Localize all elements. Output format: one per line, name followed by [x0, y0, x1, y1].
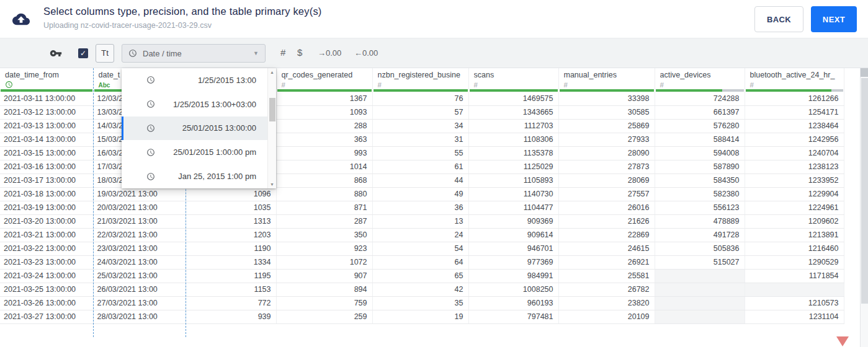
primary-key-icon[interactable] [50, 47, 62, 59]
table-cell[interactable]: 2021-03-19 13:00:00 [0, 201, 93, 215]
table-cell[interactable]: 2021-03-13 13:00:00 [0, 120, 93, 133]
scroll-up-icon[interactable]: ▲ [268, 70, 276, 74]
table-cell[interactable] [655, 270, 745, 283]
table-cell[interactable]: 25/03/2021 13:00 [93, 270, 186, 283]
table-cell[interactable]: 1140730 [468, 188, 558, 201]
format-option[interactable]: 1/25/2015 13:00 [122, 68, 267, 92]
table-cell[interactable]: 22869 [558, 229, 655, 242]
table-cell[interactable]: 23820 [558, 297, 655, 310]
table-cell[interactable]: 19/03/2021 13:00 [93, 188, 186, 201]
table-cell[interactable]: 1171854 [745, 270, 844, 283]
table-cell[interactable] [655, 310, 745, 324]
column-header-nzbn_registered_busine[interactable]: nzbn_registered_busine# [372, 68, 468, 92]
table-cell[interactable]: 27933 [558, 133, 655, 147]
table-cell[interactable]: 1231104 [745, 310, 844, 324]
table-cell[interactable]: 894 [276, 283, 372, 297]
table-cell[interactable]: 1105893 [468, 174, 558, 188]
table-cell[interactable]: 44 [372, 174, 468, 188]
table-cell[interactable]: 49 [372, 188, 468, 201]
table-cell[interactable]: 584350 [655, 174, 745, 188]
table-cell[interactable]: 1203 [186, 229, 276, 242]
table-cell[interactable]: 20/03/2021 13:00 [93, 201, 186, 215]
table-cell[interactable]: 1195 [186, 270, 276, 283]
table-cell[interactable]: 21/03/2021 13:00 [93, 215, 186, 229]
table-cell[interactable]: 2021-03-12 13:00:00 [0, 106, 93, 120]
dropdown-scrollbar-thumb[interactable] [269, 98, 275, 121]
scrollbar-top-button[interactable] [861, 68, 868, 77]
table-cell[interactable]: 587890 [655, 160, 745, 174]
table-cell[interactable]: 1190 [186, 242, 276, 256]
table-cell[interactable]: 1209602 [745, 215, 844, 229]
table-cell[interactable]: 26/03/2021 13:00 [93, 283, 186, 297]
table-cell[interactable]: 594008 [655, 147, 745, 160]
column-header-scans[interactable]: scans# [468, 68, 558, 92]
table-cell[interactable]: 1112703 [468, 120, 558, 133]
table-cell[interactable]: 1072 [276, 256, 372, 270]
table-cell[interactable]: 2021-03-15 13:00:00 [0, 147, 93, 160]
table-cell[interactable]: 1238464 [745, 120, 844, 133]
table-cell[interactable]: 19 [372, 310, 468, 324]
table-cell[interactable] [655, 283, 745, 297]
table-cell[interactable]: 24 [372, 229, 468, 242]
table-cell[interactable]: 1210573 [745, 297, 844, 310]
table-cell[interactable]: 1153 [186, 283, 276, 297]
table-cell[interactable]: 28090 [558, 147, 655, 160]
table-cell[interactable]: 31 [372, 133, 468, 147]
table-cell[interactable]: 984991 [468, 270, 558, 283]
table-cell[interactable]: 2021-03-26 13:00:00 [0, 297, 93, 310]
table-cell[interactable]: 505836 [655, 242, 745, 256]
table-cell[interactable]: 1135378 [468, 147, 558, 160]
column-header-date_time_from[interactable]: date_time_from [0, 68, 93, 92]
format-option[interactable]: 25/01/2015 1:00:00 pm [122, 140, 267, 164]
table-cell[interactable]: 1254171 [745, 106, 844, 120]
table-cell[interactable]: 1035 [186, 201, 276, 215]
table-cell[interactable]: 1108306 [468, 133, 558, 147]
text-type-button[interactable]: Tt [96, 44, 114, 63]
table-cell[interactable]: 868 [276, 174, 372, 188]
table-cell[interactable]: 993 [276, 147, 372, 160]
number-type-button[interactable]: # [280, 47, 285, 58]
table-cell[interactable] [655, 297, 745, 310]
format-option[interactable]: 25/01/2015 13:00:00 [122, 116, 267, 141]
back-button[interactable]: BACK [754, 6, 803, 32]
table-cell[interactable]: 2021-03-25 13:00:00 [0, 283, 93, 297]
table-cell[interactable] [745, 283, 844, 297]
table-cell[interactable]: 34 [372, 120, 468, 133]
table-cell[interactable]: 54 [372, 242, 468, 256]
table-cell[interactable]: 27/03/2021 13:00 [93, 297, 186, 310]
table-cell[interactable]: 55 [372, 147, 468, 160]
table-cell[interactable]: 1014 [276, 160, 372, 174]
table-cell[interactable]: 1343665 [468, 106, 558, 120]
column-header-active_devices[interactable]: active_devices# [655, 68, 745, 92]
table-cell[interactable]: 2021-03-20 13:00:00 [0, 215, 93, 229]
table-cell[interactable]: 42 [372, 283, 468, 297]
table-cell[interactable]: 1008250 [468, 283, 558, 297]
table-cell[interactable]: 57 [372, 106, 468, 120]
format-option[interactable]: Jan 25, 2015 1:00 pm [122, 164, 267, 188]
table-cell[interactable]: 30585 [558, 106, 655, 120]
table-cell[interactable]: 724288 [655, 92, 745, 106]
datetime-type-select[interactable]: Date / time ▼ [122, 44, 266, 63]
table-cell[interactable]: 2021-03-18 13:00:00 [0, 188, 93, 201]
table-cell[interactable]: 2021-03-17 13:00:00 [0, 174, 93, 188]
table-cell[interactable]: 588414 [655, 133, 745, 147]
table-cell[interactable]: 576280 [655, 120, 745, 133]
table-cell[interactable]: 1313 [186, 215, 276, 229]
table-cell[interactable]: 946701 [468, 242, 558, 256]
precision-increase-button[interactable]: →0.00 [318, 48, 341, 58]
table-cell[interactable]: 1104477 [468, 201, 558, 215]
table-cell[interactable]: 2021-03-23 13:00:00 [0, 256, 93, 270]
table-cell[interactable]: 871 [276, 201, 372, 215]
table-cell[interactable]: 1238123 [745, 160, 844, 174]
table-cell[interactable]: 880 [276, 188, 372, 201]
table-cell[interactable]: 1290529 [745, 256, 844, 270]
table-cell[interactable]: 1213891 [745, 229, 844, 242]
table-cell[interactable]: 2021-03-24 13:00:00 [0, 270, 93, 283]
table-cell[interactable]: 25581 [558, 270, 655, 283]
column-header-bluetooth_active_24_hr_[interactable]: bluetooth_active_24_hr_# [745, 68, 844, 92]
table-cell[interactable]: 923 [276, 242, 372, 256]
table-cell[interactable]: 1216460 [745, 242, 844, 256]
table-cell[interactable]: 28/03/2021 13:00 [93, 310, 186, 324]
table-cell[interactable]: 65 [372, 270, 468, 283]
table-cell[interactable]: 515027 [655, 256, 745, 270]
